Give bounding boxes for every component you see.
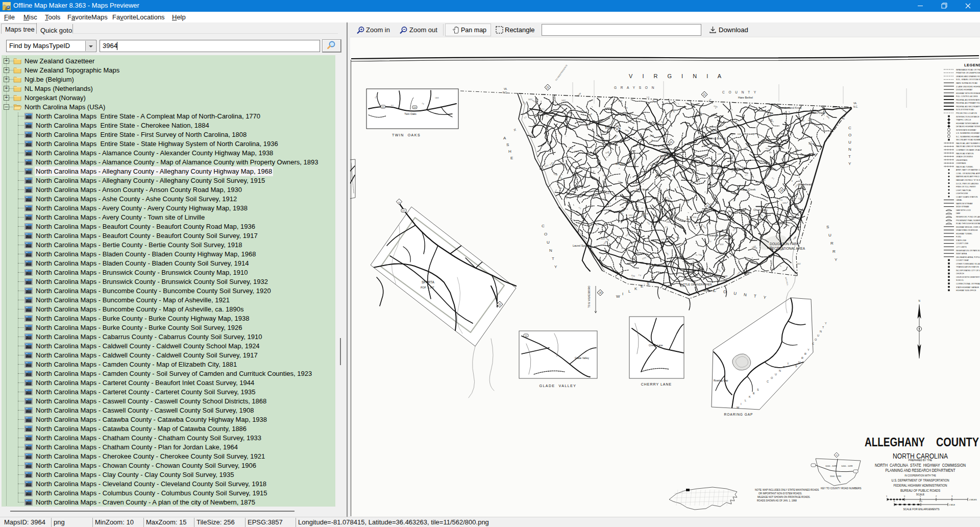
svg-text:.8: .8	[788, 111, 791, 113]
svg-text:R: R	[801, 356, 803, 360]
svg-text:H: H	[508, 149, 511, 154]
svg-text:TRAFFIC CIRCLE: TRAFFIC CIRCLE	[956, 119, 971, 121]
svg-text:R: R	[832, 249, 836, 254]
svg-text:.8: .8	[797, 157, 798, 159]
svg-text:Mt. Zion: Mt. Zion	[616, 162, 626, 165]
svg-text:FORD: FORD	[956, 236, 962, 238]
svg-text:R: R	[804, 352, 806, 355]
svg-text:Y: Y	[807, 348, 810, 351]
svg-text:HIGHWAY SUB-OFFICE: HIGHWAY SUB-OFFICE	[956, 290, 976, 292]
svg-text:A: A	[503, 136, 506, 140]
svg-text:1370: 1370	[642, 257, 647, 260]
svg-text:Walnut Branch: Walnut Branch	[707, 137, 726, 140]
svg-text:1168: 1168	[671, 109, 675, 113]
svg-text:0: 0	[904, 495, 905, 497]
svg-text:1100: 1100	[614, 135, 618, 139]
svg-text:21: 21	[498, 303, 501, 306]
svg-text:N: N	[549, 248, 552, 253]
svg-text:FEDERAL AID SECONDARY ROAD: FEDERAL AID SECONDARY ROAD	[956, 106, 980, 108]
svg-text:1408: 1408	[768, 119, 772, 121]
svg-text:1100: 1100	[713, 105, 718, 108]
svg-text:2.1: 2.1	[665, 226, 668, 228]
svg-text:1370: 1370	[782, 202, 787, 204]
svg-text:C: C	[812, 342, 814, 345]
svg-text:1441: 1441	[652, 99, 656, 103]
svg-text:MITCHELL: MITCHELL	[785, 277, 789, 286]
svg-text:1441: 1441	[561, 122, 566, 125]
svg-text:L: L	[745, 399, 746, 402]
svg-text:T: T	[552, 256, 554, 261]
svg-text:Stratford: Stratford	[774, 162, 785, 165]
svg-text:RECREATIONAL AREA: RECREATIONAL AREA	[770, 247, 805, 250]
svg-text:T: T	[822, 326, 824, 329]
svg-text:1408: 1408	[808, 143, 813, 145]
svg-text:U: U	[828, 233, 831, 237]
svg-text:CANAL: CANAL	[956, 199, 962, 201]
svg-text:Hare Bethel: Hare Bethel	[738, 96, 753, 99]
svg-text:1.3: 1.3	[745, 174, 748, 176]
svg-text:U: U	[798, 361, 800, 364]
svg-text:STATE LINE: STATE LINE	[956, 239, 967, 242]
svg-text:Glade Valley: Glade Valley	[575, 356, 589, 360]
svg-text:1428: 1428	[685, 102, 690, 105]
svg-text:.8: .8	[791, 180, 793, 182]
svg-text:221: 221	[382, 106, 385, 108]
svg-text:NON-SYSTEM ROAD: NON-SYSTEM ROAD	[956, 109, 974, 111]
svg-text:1.3: 1.3	[751, 133, 754, 135]
svg-text:RAILROAD STATION: RAILROAD STATION	[956, 153, 974, 155]
svg-text:1400 - 1499: 1400 - 1499	[841, 465, 853, 467]
svg-text:DRAW SPAN ON BRIDGE: DRAW SPAN ON BRIDGE	[956, 229, 978, 231]
svg-text:POP. 1,047: POP. 1,047	[421, 286, 434, 289]
svg-text:1408: 1408	[769, 255, 773, 257]
svg-text:.8: .8	[651, 139, 653, 141]
svg-text:1148: 1148	[736, 146, 740, 150]
svg-text:1412: 1412	[585, 125, 590, 127]
svg-text:N.C. NUMBERED HIGHWAY: N.C. NUMBERED HIGHWAY	[956, 136, 980, 138]
svg-text:MILEAGE NOT SHOWN ON FRONTAGE: MILEAGE NOT SHOWN ON FRONTAGE ROADS.	[757, 496, 811, 498]
svg-text:CHURCH WITH CEMETERY: CHURCH WITH CEMETERY	[956, 276, 980, 278]
svg-text:C O U N T Y: C O U N T Y	[713, 288, 770, 300]
svg-text:WIDE STREAM: WIDE STREAM	[956, 206, 969, 208]
svg-text:DAM: DAM	[956, 212, 960, 214]
svg-text:UNDERPASS: UNDERPASS	[956, 159, 968, 161]
svg-text:21: 21	[670, 141, 673, 143]
svg-text:W: W	[616, 294, 620, 299]
svg-text:R: R	[830, 241, 834, 246]
svg-text:1168: 1168	[605, 193, 609, 195]
svg-text:21: 21	[525, 335, 527, 337]
svg-text:1113: 1113	[718, 173, 721, 175]
svg-text:RAILROAD TUNNEL: RAILROAD TUNNEL	[956, 166, 973, 168]
svg-text:U: U	[547, 240, 550, 245]
svg-text:1441: 1441	[733, 121, 738, 123]
svg-text:1100: 1100	[631, 274, 635, 277]
svg-text:S: S	[795, 365, 797, 368]
svg-text:1.3: 1.3	[639, 144, 641, 146]
svg-text:U: U	[775, 373, 777, 376]
svg-text:.8: .8	[676, 186, 678, 189]
svg-text:PROJECTED LOCATION: PROJECTED LOCATION	[956, 112, 977, 114]
svg-text:93: 93	[616, 128, 619, 131]
svg-text:S: S	[506, 142, 509, 147]
svg-text:1441: 1441	[652, 265, 656, 267]
svg-text:Y: Y	[848, 161, 851, 166]
svg-text:Twin Oaks: Twin Oaks	[404, 112, 416, 115]
svg-text:1408: 1408	[702, 143, 706, 148]
svg-text:CHERRY LANE: CHERRY LANE	[641, 382, 672, 386]
svg-text:2.1: 2.1	[717, 215, 720, 218]
svg-text:C: C	[767, 380, 769, 383]
svg-text:V I R G I N I A: V I R G I N I A	[629, 73, 725, 79]
svg-text:1370: 1370	[580, 110, 584, 112]
svg-text:Whitehead: Whitehead	[798, 183, 812, 186]
svg-text:2.1: 2.1	[664, 238, 667, 241]
svg-text:1113: 1113	[812, 153, 815, 155]
svg-text:18: 18	[780, 189, 783, 192]
svg-text:C: C	[848, 126, 851, 130]
svg-text:RAILROAD USED BY MORE THAN ONE: RAILROAD USED BY MORE THAN ONE CO.	[956, 146, 980, 148]
svg-text:2.1: 2.1	[719, 251, 721, 253]
svg-text:DOUGHTON PARK: DOUGHTON PARK	[770, 242, 799, 246]
svg-text:Prather Creek: Prather Creek	[738, 188, 755, 191]
svg-text:1168: 1168	[661, 158, 665, 160]
svg-text:O: O	[544, 232, 547, 236]
svg-text:1370: 1370	[603, 175, 607, 177]
svg-text:NOTE: MAP INCLUDES ONLY STATE: NOTE: MAP INCLUDES ONLY STATE MAINTAINED…	[755, 489, 819, 491]
